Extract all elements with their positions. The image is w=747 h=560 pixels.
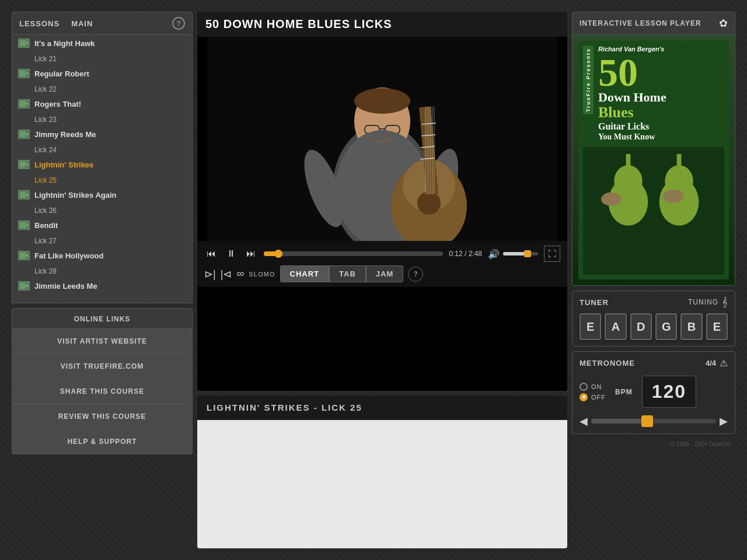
forward-button[interactable]: ⏭ bbox=[244, 246, 258, 261]
tuner-key-d[interactable]: D bbox=[630, 313, 652, 340]
svg-rect-2 bbox=[20, 71, 26, 76]
video-title: 50 DOWN HOME BLUES LICKS bbox=[205, 18, 392, 30]
lick-item-active[interactable]: Lick 25 bbox=[12, 173, 192, 187]
step-back-button[interactable]: |⊲ bbox=[221, 268, 232, 281]
lesson-name-active: Lightnin' Strikes bbox=[34, 160, 93, 169]
volume-container: 🔊 bbox=[488, 249, 538, 260]
time-display: 0:12 / 2:48 bbox=[449, 250, 482, 258]
progress-bar[interactable] bbox=[264, 251, 443, 256]
list-item[interactable]: Jimmie Leeds Me bbox=[12, 278, 192, 294]
volume-handle[interactable] bbox=[524, 250, 531, 257]
svg-marker-17 bbox=[26, 284, 28, 288]
lick-item[interactable]: Lick 21 bbox=[12, 51, 192, 65]
slider-right-arrow[interactable]: ▶ bbox=[720, 415, 728, 428]
visit-artist-button[interactable]: VISIT ARTIST WEBSITE bbox=[12, 329, 192, 354]
share-course-button[interactable]: SHARE THIS COURSE bbox=[12, 379, 192, 404]
lesson-name: Jimmy Reeds Me bbox=[34, 130, 96, 139]
tab-tab-button[interactable]: TAB bbox=[329, 265, 366, 282]
online-links-section: ONLINE LINKS VISIT ARTIST WEBSITE VISIT … bbox=[12, 308, 193, 454]
tuner-key-b[interactable]: B bbox=[680, 313, 702, 340]
svg-point-21 bbox=[354, 88, 410, 114]
svg-rect-14 bbox=[20, 253, 26, 258]
lesson-sub-header: LIGHTNIN' STRIKES - LICK 25 bbox=[197, 396, 567, 420]
time-sig-text: 4/4 bbox=[706, 359, 716, 368]
online-links-header: ONLINE LINKS bbox=[12, 308, 193, 329]
center-panel: 50 DOWN HOME BLUES LICKS bbox=[197, 12, 567, 548]
tab-help-button[interactable]: ? bbox=[408, 267, 423, 282]
course-text-block: Richard Van Bergen's 50 Down Home Blues … bbox=[598, 46, 724, 142]
svg-point-30 bbox=[417, 191, 441, 215]
lick-name: Lick 22 bbox=[34, 85, 57, 93]
tuner-key-e1[interactable]: E bbox=[580, 313, 601, 340]
bpm-display: 120 bbox=[642, 376, 696, 408]
slider-fill bbox=[591, 419, 647, 424]
list-item[interactable]: Bendit bbox=[12, 217, 192, 233]
lick-name: Lick 23 bbox=[34, 116, 57, 124]
svg-marker-7 bbox=[26, 132, 28, 136]
svg-rect-4 bbox=[20, 101, 26, 107]
jam-tab-button[interactable]: JAM bbox=[366, 265, 403, 282]
svg-marker-3 bbox=[26, 72, 28, 75]
lesson-name: Regular Robert bbox=[34, 69, 89, 78]
list-item[interactable]: Regular Robert bbox=[12, 65, 192, 82]
lick-item[interactable]: Lick 26 bbox=[12, 203, 192, 217]
guitar-svg bbox=[583, 147, 724, 229]
bpm-label: BPM bbox=[615, 388, 633, 396]
controls-row1: ⏮ ⏸ ⏭ 0:12 / 2:48 🔊 bbox=[204, 246, 560, 262]
radio-off-dot[interactable] bbox=[580, 393, 588, 401]
controls-row2: ⊳| |⊲ ∞ SLOMO CHART TAB JAM ? bbox=[204, 265, 560, 282]
svg-marker-11 bbox=[26, 193, 28, 197]
rewind-button[interactable]: ⏮ bbox=[204, 246, 218, 261]
radio-on[interactable]: ON bbox=[580, 383, 606, 391]
lick-item[interactable]: Lick 27 bbox=[12, 233, 192, 247]
lick-item[interactable]: Lick 24 bbox=[12, 142, 192, 156]
visit-truefire-button[interactable]: VISIT TRUEFIRE.COM bbox=[12, 354, 192, 379]
lesson-name: Jimmie Leeds Me bbox=[34, 282, 97, 290]
lesson-icon bbox=[18, 281, 30, 290]
lick-item[interactable]: Lick 23 bbox=[12, 112, 192, 126]
pause-button[interactable]: ⏸ bbox=[224, 246, 238, 261]
bpm-slider[interactable] bbox=[591, 419, 716, 424]
list-item[interactable]: Lightnin' Strikes Again bbox=[12, 187, 192, 203]
progress-handle[interactable] bbox=[274, 250, 282, 258]
svg-rect-12 bbox=[20, 222, 26, 228]
radio-on-dot[interactable] bbox=[580, 383, 588, 391]
slider-handle[interactable] bbox=[641, 415, 653, 427]
tuner-key-g[interactable]: G bbox=[655, 313, 677, 340]
radio-off[interactable]: OFF bbox=[580, 393, 606, 401]
svg-marker-13 bbox=[26, 223, 28, 227]
lick-item[interactable]: Lick 28 bbox=[12, 264, 192, 278]
left-panel: LESSONS MAIN ? It's a Night Hawk Lick 21 bbox=[12, 12, 193, 548]
tuning-icon: 𝄞 bbox=[722, 297, 728, 307]
video-icon bbox=[20, 162, 28, 167]
help-support-button[interactable]: HELP & SUPPORT bbox=[12, 429, 192, 454]
lick-name: Lick 28 bbox=[34, 267, 57, 275]
lick-item[interactable]: Lick 22 bbox=[12, 82, 192, 96]
tuner-key-e2[interactable]: E bbox=[706, 313, 728, 340]
review-course-button[interactable]: REVIEW THIS COURSE bbox=[12, 404, 192, 429]
chart-tab-button[interactable]: CHART bbox=[280, 265, 330, 282]
step-forward-button[interactable]: ⊳| bbox=[204, 268, 216, 281]
list-item-active[interactable]: Lightnin' Strikes bbox=[12, 156, 192, 173]
lessons-help-button[interactable]: ? bbox=[172, 17, 185, 30]
list-item[interactable]: Jimmy Reeds Me bbox=[12, 126, 192, 142]
list-item[interactable]: Fat Like Hollywood bbox=[12, 247, 192, 264]
slider-left-arrow[interactable]: ◀ bbox=[580, 415, 588, 428]
tuner-key-a[interactable]: A bbox=[605, 313, 626, 340]
video-display[interactable] bbox=[197, 37, 567, 241]
lesson-name: It's a Night Hawk bbox=[34, 39, 95, 48]
course-line4: You Must Know bbox=[598, 132, 724, 142]
svg-marker-1 bbox=[26, 41, 28, 45]
svg-point-49 bbox=[663, 190, 683, 203]
loop-button[interactable]: ∞ bbox=[236, 268, 244, 280]
course-card: TrueFire Presents Richard Van Bergen's 5… bbox=[578, 41, 729, 279]
course-card-top: TrueFire Presents Richard Van Bergen's 5… bbox=[583, 46, 724, 142]
fullscreen-button[interactable]: ⛶ bbox=[544, 246, 560, 262]
truefire-logo-icon: ✿ bbox=[719, 17, 728, 30]
list-item[interactable]: It's a Night Hawk bbox=[12, 35, 192, 51]
svg-rect-47 bbox=[677, 154, 682, 188]
truefire-presents-label: TrueFire Presents bbox=[583, 46, 594, 114]
volume-bar[interactable] bbox=[503, 252, 538, 256]
lesson-icon bbox=[18, 69, 30, 78]
list-item[interactable]: Rogers That! bbox=[12, 96, 192, 112]
